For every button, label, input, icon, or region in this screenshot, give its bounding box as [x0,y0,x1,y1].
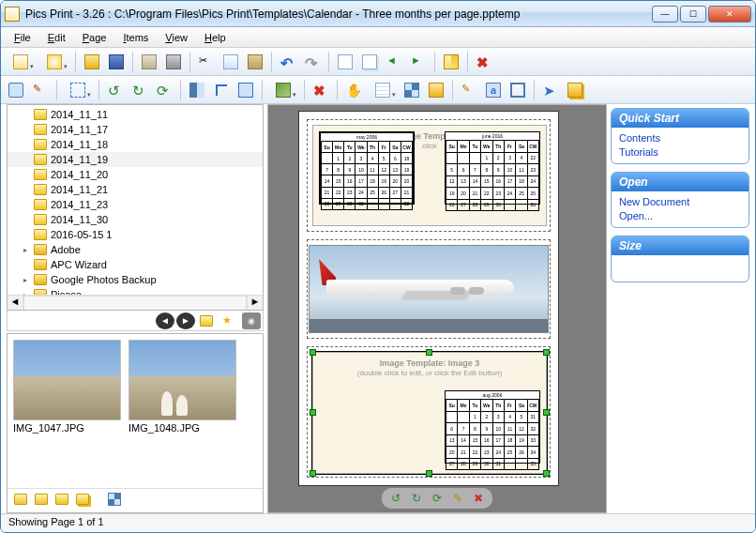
canvas-delete[interactable]: ✖ [470,490,487,507]
image-airplane[interactable] [309,245,549,333]
thumbnail-toolbar [8,488,263,512]
resize-button[interactable] [234,79,257,101]
folder-row[interactable]: 2014_11_18 [8,137,263,152]
remove-button[interactable]: ✖ [310,79,332,101]
select-button[interactable] [5,79,27,101]
folder-row[interactable]: ▸Google Photos Backup [8,272,263,287]
save-button[interactable] [105,51,128,73]
selection-mode-button[interactable] [62,79,94,101]
close-button[interactable]: ✕ [708,6,751,23]
add-folder-button[interactable] [32,491,51,508]
menu-page[interactable]: Page [75,30,114,45]
titlebar: Pics Print - 3.26 : C:\Program Files\Pic… [1,1,755,27]
folder-row[interactable]: 2014_11_11 [8,107,263,122]
folder-row[interactable]: 2014_11_21 [8,182,263,197]
folder-row[interactable]: 2016-05-15 1 [8,227,263,242]
minimize-button[interactable]: — [652,6,678,23]
thumbnail[interactable]: IMG_1048.JPG [129,340,236,434]
folder-row[interactable]: 2014_11_23 [8,197,263,212]
camera-button[interactable]: ◉ [242,312,261,329]
image-template-1[interactable]: Image Template:click may 2006 SuMoTuWeTh… [312,125,547,226]
link-tutorials[interactable]: Tutorials [619,145,741,160]
folder-row[interactable]: 2014_11_17 [8,122,263,137]
cut-button[interactable]: ✂ [195,51,218,73]
edit-item-button[interactable]: ✎ [458,79,480,101]
rotate-ccw-button[interactable]: ↺ [104,79,127,101]
paste-button[interactable] [244,51,266,73]
nav-up-button[interactable] [197,312,216,329]
canvas-area[interactable]: Image Template:click may 2006 SuMoTuWeTh… [267,104,607,513]
maximize-button[interactable]: ☐ [680,6,706,23]
page-prev-button[interactable]: ◄ [383,51,405,73]
redo-button[interactable]: ↷ [301,51,324,73]
menu-items[interactable]: Items [115,30,156,45]
eyedropper-button[interactable]: ✎ [29,79,52,101]
page-next-button[interactable]: ► [407,51,430,73]
folder-tree[interactable]: 2014_11_112014_11_172014_11_182014_11_19… [7,104,264,311]
favorite-button[interactable]: ★ [218,312,236,329]
page-insert-button[interactable] [334,51,356,73]
folder-label: Google Photos Backup [51,274,157,285]
canvas-edit[interactable]: ✎ [449,490,466,507]
thumbnail-panel: IMG_1047.JPGIMG_1048.JPG [7,333,264,513]
grid-view-button[interactable] [367,79,399,101]
folder-label: 2014_11_30 [51,214,108,225]
canvas-rotate-cw[interactable]: ↻ [408,490,425,507]
link-new-document[interactable]: New Document [619,195,741,209]
page-duplicate-button[interactable] [358,51,381,73]
crop-button[interactable] [210,79,233,101]
card-open: Open New Document Open... [611,172,749,228]
grid-toggle-button[interactable] [105,491,124,508]
card-quickstart-header[interactable]: Quick Start [612,109,748,128]
wizard-button[interactable] [38,51,70,73]
menu-edit[interactable]: Edit [40,30,73,45]
menu-file[interactable]: File [7,30,38,45]
copy-button[interactable] [219,51,242,73]
folder-row[interactable]: ▸Adobe [8,242,263,257]
add-multi-button[interactable] [53,491,71,508]
image-adjust-button[interactable] [267,79,299,101]
add-single-button[interactable] [11,491,30,508]
delete-button[interactable]: ✖ [473,51,495,73]
layout-button[interactable] [440,51,462,73]
menu-help[interactable]: Help [197,30,234,45]
text-button[interactable]: a [482,79,505,101]
thumbnails-button[interactable] [401,79,423,101]
image-template-3[interactable]: Image Template: Image 3(double click to … [312,352,547,474]
folder-hscroll[interactable]: ◄► [8,295,263,311]
folder-row[interactable]: APC Wizard [8,257,263,272]
frame-button[interactable] [507,79,529,101]
rotate-any-button[interactable]: ⟳ [153,79,175,101]
nav-back-button[interactable]: ◄ [156,312,174,329]
menu-view[interactable]: View [158,30,195,45]
open-button[interactable] [81,51,103,73]
undo-button[interactable]: ↶ [277,51,299,73]
thumbnail[interactable]: IMG_1047.JPG [13,340,121,434]
folder-view-button[interactable] [425,79,447,101]
folder-label: 2014_11_23 [51,199,108,210]
print-preview-button[interactable] [138,51,160,73]
link-open[interactable]: Open... [619,209,741,223]
rotate-cw-button[interactable]: ↻ [129,79,151,101]
add-stack-button[interactable] [73,491,92,508]
page-canvas[interactable]: Image Template:click may 2006 SuMoTuWeTh… [298,111,559,486]
folder-row[interactable]: ▸Picasa [8,287,263,295]
link-contents[interactable]: Contents [619,131,741,145]
card-open-header[interactable]: Open [612,173,748,191]
canvas-rotate-ccw[interactable]: ↺ [387,490,404,507]
flip-h-button[interactable] [186,79,208,101]
export-button[interactable]: ➤ [539,79,562,101]
folder-row[interactable]: 2014_11_19 [8,152,263,167]
nav-fwd-button[interactable]: ► [176,312,195,329]
folder-icon [34,259,47,270]
hand-tool-button[interactable]: ✋ [342,79,365,101]
stack-button[interactable] [564,79,586,101]
card-size-header[interactable]: Size [612,236,748,255]
canvas-refresh[interactable]: ⟳ [429,490,446,507]
folder-row[interactable]: 2014_11_20 [8,167,263,182]
side-panel: Quick Start Contents Tutorials Open New … [611,104,749,513]
new-button[interactable] [5,51,37,73]
folder-row[interactable]: 2014_11_30 [8,212,263,227]
print-button[interactable] [162,51,185,73]
canvas-toolbar: ↺ ↻ ⟳ ✎ ✖ [382,488,492,509]
